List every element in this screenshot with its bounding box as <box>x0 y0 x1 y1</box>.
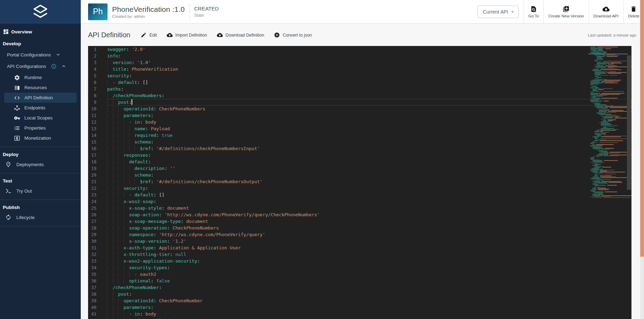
goto-icon <box>530 6 537 13</box>
chevron-down-icon <box>56 52 61 57</box>
last-updated: Last updated: a minute ago <box>588 33 636 37</box>
layers-logo-icon <box>31 4 49 20</box>
code-line-16[interactable]: 16 $ref: '#/definitions/checkPhoneNumber… <box>88 145 631 152</box>
clouddown-icon <box>217 32 223 38</box>
sidebar-item-overview[interactable]: Overview <box>0 25 81 37</box>
download-definition-button[interactable]: Download Definition <box>213 30 268 40</box>
app-logo[interactable] <box>0 0 81 24</box>
create-new-version-button[interactable]: Create New Version <box>543 0 588 23</box>
sidebar-item-api-configurations[interactable]: API Configurations <box>0 61 81 71</box>
sidebar-divider <box>0 173 81 173</box>
key-icon <box>14 115 20 121</box>
code-line-29[interactable]: 29 namespace: 'http://ws.cdyne.com/Phone… <box>88 231 631 238</box>
code-line-18[interactable]: 18 default: <box>88 158 631 165</box>
sidebar-item-lifecycle[interactable]: Lifecycle <box>0 212 81 223</box>
minimap[interactable] <box>588 47 627 202</box>
import-definition-button[interactable]: Import Definition <box>163 30 211 40</box>
code-line-26[interactable]: 26 soap-action: 'http://ws.cdyne.com/Pho… <box>88 211 631 218</box>
code-line-35[interactable]: 35 - oauth2 <box>88 271 631 278</box>
code-line-14[interactable]: 14 required: true <box>88 132 631 139</box>
sidebar-section-test: Test <box>0 174 81 186</box>
code-line-25[interactable]: 25 x-soap-style: document <box>88 205 631 211</box>
sidebar-item-deployments[interactable]: Deployments <box>0 159 81 170</box>
code-line-42[interactable]: 42 name: Payload <box>88 317 631 319</box>
code-line-3[interactable]: 3 version: '1.0' <box>88 59 631 66</box>
code-line-20[interactable]: 20 schema: <box>88 172 631 178</box>
trash-icon <box>630 6 637 13</box>
pin-icon <box>5 161 11 168</box>
api-header: Ph PhoneVerification :1.0 Created by: ad… <box>81 0 644 24</box>
code-line-15[interactable]: 15 schema: <box>88 139 631 145</box>
page-scrollbar[interactable] <box>640 0 644 319</box>
sidebar-item-runtime[interactable]: Runtime <box>4 72 77 83</box>
dashboard-icon <box>3 29 9 35</box>
code-line-2[interactable]: 2info: <box>88 53 631 59</box>
convert-icon <box>274 32 280 38</box>
api-title: PhoneVerification :1.0 <box>112 5 185 14</box>
page-title: API Definition <box>88 31 130 39</box>
code-line-39[interactable]: 39 operationId: CheckPhoneNumber <box>88 297 631 304</box>
code-line-33[interactable]: 33 x-wso2-application-security: <box>88 258 631 264</box>
code-line-13[interactable]: 13 name: Payload <box>88 125 631 132</box>
sidebar-divider <box>0 200 81 200</box>
sidebar-item-try-out[interactable]: Try Out <box>0 186 81 196</box>
code-line-11[interactable]: 11 parameters: <box>88 112 631 119</box>
code-line-17[interactable]: 17 responses: <box>88 152 631 158</box>
page-scrollbar-thumb[interactable] <box>640 0 644 257</box>
code-line-27[interactable]: 27 x-soap-message-type: document <box>88 218 631 225</box>
current-api-dropdown[interactable]: Current API ▾ <box>478 6 518 18</box>
code-line-4[interactable]: 4 title: PhoneVerification <box>88 66 631 72</box>
code-line-23[interactable]: 23 - default: [] <box>88 192 631 198</box>
download-api-button[interactable]: Download API <box>589 0 623 23</box>
code-line-1[interactable]: 1swagger: '2.0' <box>88 46 631 53</box>
endpoints-icon <box>14 105 20 111</box>
code-editor[interactable]: 1swagger: '2.0'2info:3 version: '1.0'4 t… <box>88 46 631 319</box>
code-line-41[interactable]: 41 - in: body <box>88 311 631 317</box>
code-line-30[interactable]: 30 x-soap-version: '1.2' <box>88 238 631 244</box>
pencil-icon <box>141 32 147 38</box>
sidebar: OverviewDevelopPortal ConfigurationsAPI … <box>0 0 81 319</box>
code-line-36[interactable]: 36 optional: false <box>88 278 631 284</box>
created-by: Created by: admin <box>112 14 185 18</box>
gear-icon <box>14 75 20 81</box>
sidebar-item-endpoints[interactable]: Endpoints <box>4 103 77 113</box>
code-line-38[interactable]: 38 post: <box>88 291 631 297</box>
code-line-40[interactable]: 40 parameters: <box>88 304 631 311</box>
sidebar-item-api-definition[interactable]: API Definition <box>4 93 77 103</box>
sidebar-item-properties[interactable]: Properties <box>4 123 77 133</box>
code-line-32[interactable]: 32 x-throttling-tier: null <box>88 251 631 258</box>
code-line-19[interactable]: 19 description: '' <box>88 165 631 172</box>
sidebar-divider <box>0 226 81 226</box>
code-line-8[interactable]: 8 /checkPhoneNumbers: <box>88 92 631 99</box>
code-line-12[interactable]: 12 - in: body <box>88 119 631 125</box>
sidebar-divider <box>0 147 81 147</box>
code-line-34[interactable]: 34 security-types: <box>88 264 631 271</box>
sidebar-item-resources[interactable]: Resources <box>4 83 77 93</box>
code-line-9[interactable]: 9 post: <box>88 99 631 106</box>
code-line-6[interactable]: 6 - default: [] <box>88 79 631 86</box>
sidebar-section-publish: Publish <box>0 201 81 212</box>
sidebar-item-portal-configurations[interactable]: Portal Configurations <box>0 49 81 60</box>
convert-to-json-button[interactable]: Convert to json <box>270 30 315 40</box>
code-line-5[interactable]: 5security: <box>88 72 631 79</box>
code-line-28[interactable]: 28 soap-operation: CheckPhoneNumbers <box>88 225 631 231</box>
api-definition-toolbar: API Definition EditImport DefinitionDown… <box>81 24 644 46</box>
api-avatar: Ph <box>88 3 108 20</box>
go-to-button[interactable]: Go To <box>524 0 543 23</box>
code-line-37[interactable]: 37 /checkPhoneNumber: <box>88 284 631 291</box>
code-line-7[interactable]: 7paths: <box>88 86 631 92</box>
code-line-31[interactable]: 31 x-auth-type: Application & Applicatio… <box>88 244 631 251</box>
code-line-24[interactable]: 24 x-wso2-soap: <box>88 198 631 205</box>
code-line-22[interactable]: 22 security: <box>88 185 631 192</box>
code-line-10[interactable]: 10 operationId: CheckPhoneNumbers <box>88 106 631 112</box>
lifecycle-icon <box>5 214 11 220</box>
editor-scrollbar[interactable] <box>627 46 631 319</box>
sidebar-item-local-scopes[interactable]: Local Scopes <box>4 113 77 123</box>
newversion-icon <box>563 6 570 13</box>
info-icon <box>51 64 56 69</box>
editor-scrollbar-thumb[interactable] <box>627 55 631 190</box>
sidebar-item-monetization[interactable]: Monetization <box>4 133 77 143</box>
edit-button[interactable]: Edit <box>137 30 160 40</box>
divider <box>190 3 190 20</box>
code-line-21[interactable]: 21 $ref: '#/definitions/checkPhoneNumber… <box>88 178 631 185</box>
